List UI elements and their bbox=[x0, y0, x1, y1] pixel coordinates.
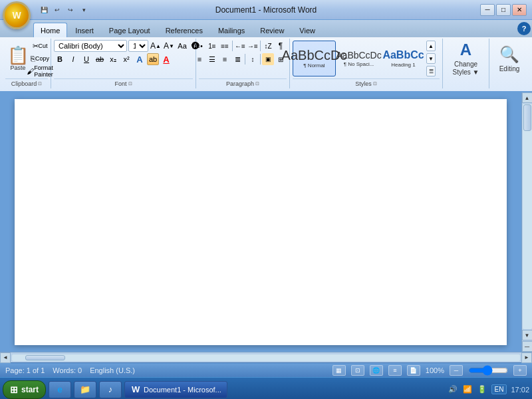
tab-page-layout[interactable]: Page Layout bbox=[102, 23, 158, 37]
format-painter-button[interactable]: 🖌 Format Painter bbox=[32, 65, 48, 77]
scroll-h-track[interactable] bbox=[12, 354, 520, 361]
tab-home[interactable]: Home bbox=[33, 23, 67, 37]
bullets-button[interactable]: ≡• bbox=[194, 40, 205, 52]
window-title: Document1 - Microsoft Word bbox=[215, 5, 317, 15]
scroll-left-button[interactable]: ◄ bbox=[0, 352, 11, 363]
word-taskbar-icon: W bbox=[130, 384, 141, 395]
save-quick-btn[interactable]: 💾 bbox=[39, 5, 49, 15]
zoom-in-button[interactable]: + bbox=[513, 365, 527, 376]
subscript-button[interactable]: x₂ bbox=[107, 53, 119, 65]
underline-button[interactable]: U bbox=[80, 53, 92, 65]
font-family-selector[interactable]: Calibri (Body) Arial Times New Roman bbox=[54, 40, 127, 52]
shrink-font-button[interactable]: A▼ bbox=[163, 40, 175, 52]
change-case-button[interactable]: Aa bbox=[176, 40, 188, 52]
scroll-up-button[interactable]: ▲ bbox=[522, 92, 533, 103]
copy-button[interactable]: ⎘ Copy bbox=[32, 53, 48, 65]
tab-references[interactable]: References bbox=[158, 23, 210, 37]
align-left-button[interactable]: ≡ bbox=[194, 53, 205, 65]
bold-button[interactable]: B bbox=[54, 53, 66, 65]
print-layout-view-button[interactable]: ▦ bbox=[332, 365, 346, 376]
outline-view-button[interactable]: ≡ bbox=[388, 365, 402, 376]
strikethrough-button[interactable]: ab bbox=[94, 53, 106, 65]
ribbon-tabs: Home Insert Page Layout References Maili… bbox=[0, 20, 532, 37]
change-styles-button[interactable]: A ChangeStyles ▼ bbox=[447, 40, 485, 77]
full-screen-view-button[interactable]: ⊡ bbox=[351, 365, 364, 376]
start-button[interactable]: ⊞ start bbox=[3, 380, 46, 399]
web-layout-view-button[interactable]: 🌐 bbox=[370, 365, 383, 376]
decrease-indent-button[interactable]: ←≡ bbox=[234, 40, 246, 52]
style-nospacing-preview: AaBbCcDc bbox=[336, 50, 381, 61]
word-taskbar-label: Document1 - Microsof... bbox=[144, 386, 221, 394]
scroll-thumb[interactable] bbox=[523, 104, 531, 131]
ribbon: Home Insert Page Layout References Maili… bbox=[0, 20, 532, 92]
language-indicator[interactable]: EN bbox=[491, 384, 507, 394]
battery-icon[interactable]: 🔋 bbox=[477, 384, 487, 395]
paragraph-dialog-launcher[interactable]: ⊡ bbox=[255, 81, 259, 86]
clipboard-group-label: Clipboard ⊡ bbox=[5, 78, 48, 87]
maximize-button[interactable]: □ bbox=[496, 4, 511, 16]
draft-view-button[interactable]: 📄 bbox=[407, 365, 420, 376]
styles-scroll-up[interactable]: ▲ bbox=[426, 41, 436, 51]
align-right-button[interactable]: ≡ bbox=[219, 53, 231, 65]
font-size-selector[interactable]: 11 8910 12141618 bbox=[128, 40, 148, 52]
styles-group: AaBbCcDc ¶ Normal AaBbCcDc ¶ No Spaci...… bbox=[290, 39, 443, 88]
zoom-out-button[interactable]: ─ bbox=[450, 365, 463, 376]
grow-font-button[interactable]: A▲ bbox=[150, 40, 162, 52]
editing-icon: 🔍 bbox=[499, 45, 519, 64]
justify-button[interactable]: ≣ bbox=[231, 53, 243, 65]
highlight-color-button[interactable]: ab bbox=[147, 53, 159, 65]
scroll-right-button[interactable]: ► bbox=[521, 352, 532, 363]
minimize-button[interactable]: ─ bbox=[480, 4, 495, 16]
font-dialog-launcher[interactable]: ⊡ bbox=[128, 81, 132, 86]
ie-taskbar-item[interactable]: e bbox=[49, 381, 71, 398]
tab-insert[interactable]: Insert bbox=[68, 23, 101, 37]
tab-mailings[interactable]: Mailings bbox=[211, 23, 252, 37]
cut-button[interactable]: ✂ Cut bbox=[32, 40, 48, 52]
customize-quick-btn[interactable]: ▾ bbox=[78, 5, 89, 15]
close-button[interactable]: ✕ bbox=[512, 4, 527, 16]
multilevel-list-button[interactable]: ≡≡ bbox=[219, 40, 231, 52]
editing-button[interactable]: 🔍 Editing bbox=[491, 40, 527, 77]
scroll-track[interactable] bbox=[523, 104, 532, 329]
page-status: Page: 1 of 1 bbox=[5, 366, 45, 374]
superscript-button[interactable]: x² bbox=[120, 53, 132, 65]
language-status: English (U.S.) bbox=[90, 366, 135, 374]
office-button[interactable]: W bbox=[3, 1, 31, 29]
styles-dialog-launcher[interactable]: ⊡ bbox=[373, 81, 377, 86]
document-page[interactable] bbox=[15, 99, 507, 345]
sort-button[interactable]: ↕Z bbox=[262, 40, 274, 52]
align-center-button[interactable]: ☰ bbox=[206, 53, 218, 65]
styles-more[interactable]: ☰ bbox=[426, 66, 436, 76]
shading-button[interactable]: ▣ bbox=[262, 53, 274, 65]
document-container: ▲ ▼ ─ bbox=[0, 92, 532, 352]
vertical-scrollbar: ▲ ▼ ─ bbox=[521, 92, 532, 352]
italic-button[interactable]: I bbox=[67, 53, 79, 65]
font-group-label: Font ⊡ bbox=[54, 78, 193, 87]
line-spacing-button[interactable]: ↕ bbox=[247, 53, 259, 65]
scroll-down-button[interactable]: ▼ bbox=[522, 330, 533, 340]
zoom-slider[interactable] bbox=[468, 366, 508, 374]
styles-scroll-down[interactable]: ▼ bbox=[426, 53, 436, 64]
help-button[interactable]: ? bbox=[517, 22, 531, 35]
sound-icon[interactable]: 🔊 bbox=[448, 384, 458, 395]
increase-indent-button[interactable]: →≡ bbox=[247, 40, 259, 52]
word-taskbar-item[interactable]: W Document1 - Microsof... bbox=[124, 381, 227, 398]
document-area[interactable] bbox=[0, 92, 521, 352]
split-view-button[interactable]: ─ bbox=[522, 341, 533, 352]
tab-view[interactable]: View bbox=[292, 23, 323, 37]
clipboard-dialog-launcher[interactable]: ⊡ bbox=[38, 81, 42, 86]
font-color-button[interactable]: A bbox=[160, 53, 172, 65]
style-heading1[interactable]: AaBbCc Heading 1 bbox=[382, 41, 425, 76]
redo-quick-btn[interactable]: ↪ bbox=[65, 5, 76, 15]
scroll-h-thumb[interactable] bbox=[25, 355, 65, 360]
network-icon[interactable]: 📶 bbox=[462, 384, 473, 395]
folder-taskbar-item[interactable]: 📁 bbox=[74, 381, 96, 398]
numbering-button[interactable]: 1≡ bbox=[206, 40, 218, 52]
change-styles-label: ChangeStyles ▼ bbox=[453, 61, 479, 76]
style-no-spacing[interactable]: AaBbCcDc ¶ No Spaci... bbox=[337, 41, 380, 76]
tab-review[interactable]: Review bbox=[253, 23, 291, 37]
media-taskbar-item[interactable]: ♪ bbox=[99, 381, 122, 398]
undo-quick-btn[interactable]: ↩ bbox=[52, 5, 63, 15]
style-normal[interactable]: AaBbCcDc ¶ Normal bbox=[293, 41, 336, 76]
text-effects-button[interactable]: A bbox=[134, 53, 146, 65]
